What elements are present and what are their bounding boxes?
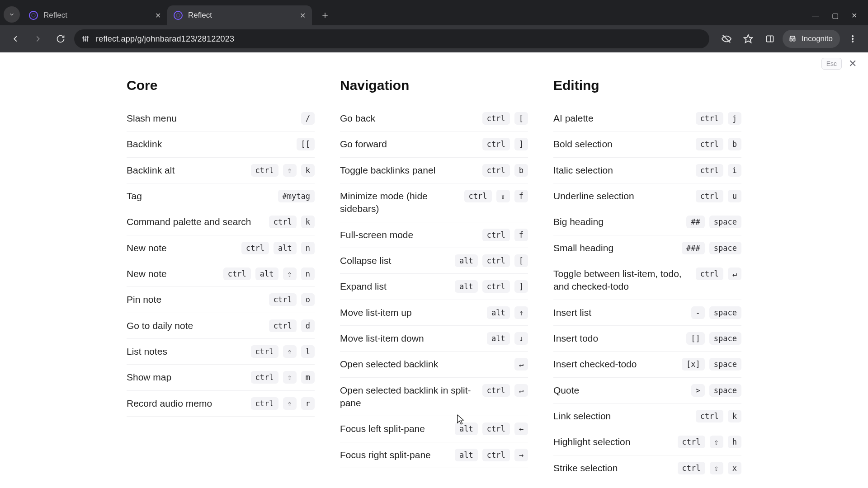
key-chip: ⇧ [710,462,723,474]
shortcut-row: Underline selectionctrlu [553,183,741,209]
shortcut-label: Go back [340,112,375,125]
key-chip: alt [255,267,278,280]
shortcut-row: New notectrlalt⇧n [127,261,315,287]
key-chip: space [709,242,741,254]
shortcut-row: Go forwardctrl] [340,131,528,157]
omnibox[interactable]: reflect.app/g/johnbarad123/28122023 [74,29,709,48]
incognito-label: Incognito [802,34,833,43]
shortcut-keys: ctrlb [482,164,528,177]
key-chip: x [728,462,741,474]
shortcut-keys: ctrld [269,319,315,332]
shortcut-columns: CoreSlash menu/Backlink[[Backlink altctr… [0,52,868,481]
shortcut-row: Go to daily notectrld [127,313,315,339]
key-chip: → [514,449,528,461]
shortcut-keys: / [301,112,315,125]
browser-menu-button[interactable] [844,30,862,48]
tab-search-button[interactable] [4,6,20,23]
shortcut-row: Minimize mode (hide sidebars)ctrl⇧f [340,183,528,222]
key-chip: ↵ [514,384,528,397]
key-chip: f [514,190,528,202]
key-chip: k [301,216,315,228]
tab-close-button[interactable]: ✕ [155,11,161,20]
key-chip: alt [274,242,297,254]
key-chip: ⇧ [496,190,510,202]
key-chip: ↵ [514,358,528,371]
shortcut-keys: ###space [682,242,741,254]
key-chip: ctrl [696,190,723,202]
key-chip: ⇧ [283,345,297,358]
shortcut-keys: altctrl[ [455,254,528,267]
shortcut-keys: ctrli [696,164,741,177]
shortcut-label: Minimize mode (hide sidebars) [340,190,455,216]
browser-tab[interactable]: Reflect ✕ [167,5,312,25]
shortcut-label: List notes [127,345,167,358]
shortcut-label: Insert checked-todo [553,358,637,371]
shortcut-row: AI palettectrlj [553,106,741,131]
key-chip: > [691,384,705,397]
browser-tab[interactable]: Reflect ✕ [23,5,167,25]
reload-icon [56,34,65,43]
shortcut-row: Insert todo[]space [553,326,741,352]
shortcut-keys: altctrl← [455,422,528,435]
side-panel-button[interactable] [761,30,779,48]
back-button[interactable] [6,30,24,48]
browser-chrome: Reflect ✕ Reflect ✕ ＋ — ▢ ✕ reflect.app/… [0,0,868,52]
shortcut-label: Full-screen mode [340,229,413,241]
shortcut-label: Focus left split-pane [340,422,425,435]
incognito-indicator[interactable]: Incognito [783,30,840,48]
shortcut-label: Italic selection [553,164,613,177]
key-chip: ## [686,216,704,228]
tab-close-button[interactable]: ✕ [300,11,306,20]
key-chip: l [301,345,315,358]
key-chip: ctrl [482,164,510,177]
key-chip: ctrl [482,384,510,397]
shortcut-column: EditingAI palettectrljBold selectionctrl… [553,78,741,481]
eye-off-icon[interactable] [717,30,736,48]
key-chip: j [728,112,741,125]
shortcut-row: Insert list-space [553,300,741,326]
shortcut-label: Insert todo [553,332,598,345]
shortcut-row: Pin notectrlo [127,287,315,313]
shortcut-keys: ##space [686,216,741,228]
shortcut-row: Move list-item upalt↑ [340,300,528,326]
address-bar: reflect.app/g/johnbarad123/28122023 Inco… [0,25,868,52]
key-chip: ctrl [678,462,705,474]
shortcut-keys: alt↓ [487,332,528,345]
shortcut-row: Backlink altctrl⇧k [127,158,315,183]
shortcut-label: New note [127,267,167,280]
key-chip: ctrl [696,267,723,280]
maximize-button[interactable]: ▢ [832,11,839,20]
shortcut-row: Slash menu/ [127,106,315,131]
key-chip: [] [686,332,704,345]
key-chip: ctrl [482,254,510,267]
shortcut-row: Expand listaltctrl] [340,274,528,300]
shortcut-label: Small heading [553,242,613,254]
shortcut-row: Highlight selectionctrl⇧h [553,429,741,455]
new-tab-button[interactable]: ＋ [312,8,336,25]
reload-button[interactable] [52,30,70,48]
shortcut-keys: ctrlk [696,410,741,422]
shortcut-keys: ctrl⇧m [251,371,315,384]
kebab-icon [848,34,857,43]
svg-point-11 [793,39,795,41]
shortcut-label: Go to daily note [127,319,193,332]
shortcut-keys: ctrlf [482,229,528,241]
close-window-button[interactable]: ✕ [851,11,857,20]
key-chip: ctrl [482,280,510,293]
shortcut-row: Full-screen modectrlf [340,222,528,248]
bookmark-star-button[interactable] [739,30,757,48]
svg-point-13 [852,36,854,37]
arrow-right-icon [33,34,43,44]
shortcut-keys: ctrl↵ [696,267,741,280]
forward-button[interactable] [29,30,47,48]
site-settings-icon[interactable] [81,35,90,43]
shortcut-label: Move list-item down [340,332,424,345]
overlay-close-button[interactable]: ✕ [846,58,859,70]
shortcut-label: Backlink alt [127,164,175,177]
shortcut-label: New note [127,242,167,254]
minimize-button[interactable]: — [812,12,819,20]
shortcut-label: Bold selection [553,138,613,150]
key-chip: ### [682,242,705,254]
key-chip: ctrl [269,216,297,228]
shortcut-label: Collapse list [340,254,391,267]
